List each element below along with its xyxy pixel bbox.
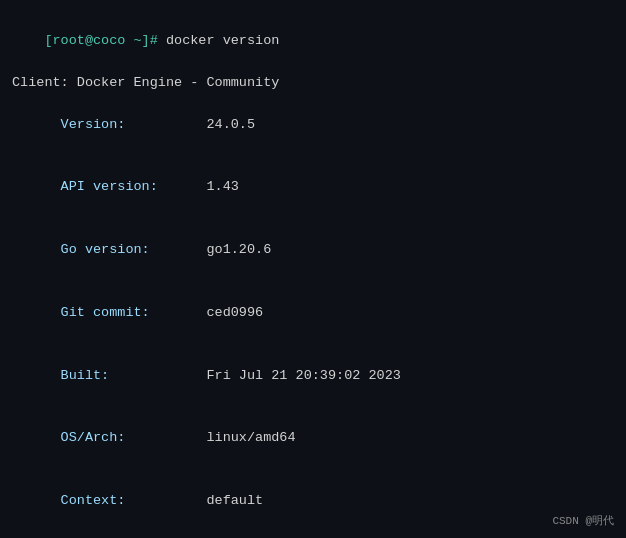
client-built: Built: Fri Jul 21 20:39:02 2023 bbox=[12, 345, 614, 408]
client-context: Context: default bbox=[12, 470, 614, 533]
client-version: Version: 24.0.5 bbox=[12, 94, 614, 157]
watermark: CSDN @明代 bbox=[552, 513, 614, 528]
client-git-label: Git commit: bbox=[44, 305, 206, 320]
client-os-label: OS/Arch: bbox=[44, 430, 206, 445]
client-go-value: go1.20.6 bbox=[206, 242, 271, 257]
command: docker version bbox=[166, 33, 279, 48]
client-header: Client: Docker Engine - Community bbox=[12, 73, 614, 94]
client-api-label: API version: bbox=[44, 179, 206, 194]
client-api-value: 1.43 bbox=[206, 179, 238, 194]
client-go-label: Go version: bbox=[44, 242, 206, 257]
client-os-value: linux/amd64 bbox=[206, 430, 295, 445]
command-line: [root@coco ~]# docker version bbox=[12, 10, 614, 73]
prompt: [root@coco ~]# bbox=[44, 33, 166, 48]
client-git: Git commit: ced0996 bbox=[12, 282, 614, 345]
client-os: OS/Arch: linux/amd64 bbox=[12, 408, 614, 471]
client-context-value: default bbox=[206, 493, 263, 508]
client-version-value: 24.0.5 bbox=[206, 117, 255, 132]
client-api: API version: 1.43 bbox=[12, 156, 614, 219]
client-built-value: Fri Jul 21 20:39:02 2023 bbox=[206, 368, 400, 383]
client-go: Go version: go1.20.6 bbox=[12, 219, 614, 282]
client-built-label: Built: bbox=[44, 368, 206, 383]
client-version-label: Version: bbox=[44, 117, 206, 132]
terminal-window: [root@coco ~]# docker version Client: Do… bbox=[0, 0, 626, 538]
blank-line-1 bbox=[12, 533, 614, 538]
client-context-label: Context: bbox=[44, 493, 206, 508]
client-git-value: ced0996 bbox=[206, 305, 263, 320]
